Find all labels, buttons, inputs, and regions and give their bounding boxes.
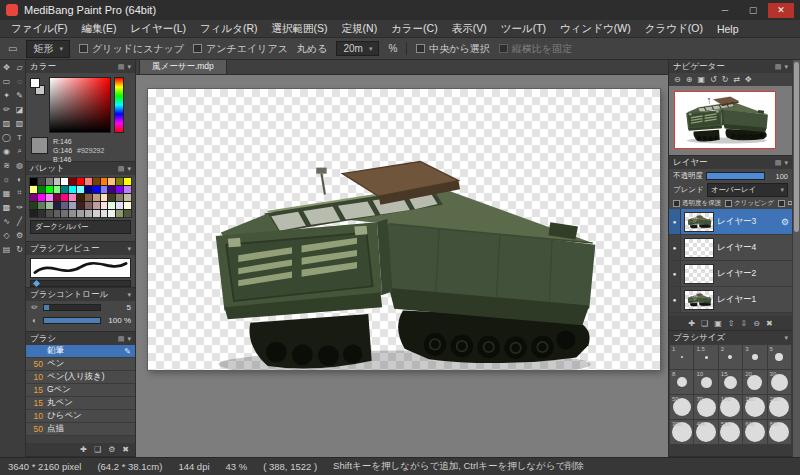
brush-size-5[interactable]: 5: [768, 345, 791, 369]
palette-swatch-18[interactable]: [69, 186, 76, 193]
layer-opacity-slider[interactable]: [706, 172, 765, 180]
preview-slider[interactable]: [30, 280, 131, 287]
new-folder-icon[interactable]: ▣: [714, 319, 722, 328]
palette-swatch-16[interactable]: [54, 186, 61, 193]
panel-collapse-icon[interactable]: ▾: [127, 335, 131, 343]
brush-size-50[interactable]: 50: [670, 395, 693, 419]
palette-swatch-43[interactable]: [61, 202, 68, 209]
brush-size-2[interactable]: 2: [719, 345, 742, 369]
aspect-lock-checkbox[interactable]: 縦横比を固定: [499, 42, 572, 56]
center-select-checkbox[interactable]: 中央から選択: [416, 42, 489, 56]
delete-layer-icon[interactable]: ✖: [766, 319, 773, 328]
shape-tool-icon[interactable]: ◯: [0, 130, 13, 144]
flip-view-icon[interactable]: ⇄: [733, 75, 740, 84]
round-value-input[interactable]: 20m ▾: [336, 41, 379, 56]
palette-swatch-42[interactable]: [54, 202, 61, 209]
brush-item-2[interactable]: 10ペン(入り抜き): [26, 371, 135, 384]
menu-item-8[interactable]: ツール(T): [494, 22, 553, 36]
eraser-tool-icon[interactable]: ◪: [13, 102, 26, 116]
palette-swatch-28[interactable]: [46, 194, 53, 201]
palette-swatch-44[interactable]: [69, 202, 76, 209]
brush-item-1[interactable]: 50ペン: [26, 358, 135, 371]
palette-swatch-37[interactable]: [116, 194, 123, 201]
brush-size-30[interactable]: 30: [768, 370, 791, 394]
palette-swatch-26[interactable]: [30, 194, 37, 201]
menu-item-3[interactable]: フィルタ(R): [193, 22, 265, 36]
pencil-tool-icon[interactable]: ✏: [0, 102, 13, 116]
palette-swatch-56[interactable]: [61, 210, 68, 217]
palette-swatch-6[interactable]: [77, 178, 84, 185]
menu-item-7[interactable]: 表示(V): [445, 22, 494, 36]
palette-swatch-23[interactable]: [108, 186, 115, 193]
panel-collapse-icon[interactable]: ▾: [784, 63, 788, 71]
palette-swatch-52[interactable]: [30, 210, 37, 217]
canvas[interactable]: [148, 89, 660, 370]
shape-select[interactable]: 矩形 ▾: [26, 40, 70, 58]
palette-swatch-21[interactable]: [93, 186, 100, 193]
move-tool-icon[interactable]: ✥: [0, 60, 13, 74]
minimize-button[interactable]: ─: [712, 3, 738, 18]
palette-swatch-13[interactable]: [30, 186, 37, 193]
layer-row-1[interactable]: ●レイヤー3⚙: [669, 209, 792, 235]
brush-item-4[interactable]: 15丸ペン: [26, 397, 135, 410]
palette-swatch-22[interactable]: [101, 186, 108, 193]
palette-swatch-34[interactable]: [93, 194, 100, 201]
document-tab[interactable]: 風メーサー.mdp: [139, 59, 227, 74]
settings-tool-icon[interactable]: ⚙: [13, 228, 26, 242]
palette-swatch-31[interactable]: [69, 194, 76, 201]
palette-swatch-7[interactable]: [85, 178, 92, 185]
palette-swatch-59[interactable]: [85, 210, 92, 217]
menu-item-1[interactable]: 編集(E): [74, 22, 123, 36]
clipping-checkbox[interactable]: クリッピング: [725, 199, 774, 208]
palette-swatch-12[interactable]: [124, 178, 131, 185]
brush-size-800[interactable]: 800: [768, 420, 791, 444]
scrollbar-thumb[interactable]: [794, 62, 799, 232]
panel-collapse-icon[interactable]: ▾: [784, 159, 788, 167]
magic-wand-tool-icon[interactable]: ✦: [0, 88, 13, 102]
palette-swatch-5[interactable]: [69, 178, 76, 185]
palette-swatch-49[interactable]: [108, 202, 115, 209]
palette-swatch-14[interactable]: [38, 186, 45, 193]
palette-swatch-55[interactable]: [54, 210, 61, 217]
brush-size-150[interactable]: 150: [743, 395, 766, 419]
maximize-button[interactable]: ▢: [740, 3, 766, 18]
polygon-tool-icon[interactable]: ◇: [0, 228, 13, 242]
snap-tool-icon[interactable]: ⌗: [13, 186, 26, 200]
palette-swatch-38[interactable]: [124, 194, 131, 201]
panel-menu-icon[interactable]: ▤: [118, 335, 125, 343]
layer-visibility-dot[interactable]: ●: [669, 209, 681, 234]
brush-size-400[interactable]: 400: [694, 420, 717, 444]
rotate-right-icon[interactable]: ↻: [722, 75, 729, 84]
brush-size-15[interactable]: 15: [719, 370, 742, 394]
menu-item-0[interactable]: ファイル(F): [4, 22, 74, 36]
panel-menu-icon[interactable]: ▤: [118, 63, 125, 71]
palette-swatch-4[interactable]: [61, 178, 68, 185]
brush-size-8[interactable]: 8: [670, 370, 693, 394]
palette-swatch-29[interactable]: [54, 194, 61, 201]
panel-collapse-icon[interactable]: ▾: [127, 165, 131, 173]
panel-collapse-icon[interactable]: ▾: [127, 291, 131, 299]
palette-swatch-15[interactable]: [46, 186, 53, 193]
brush-size-10[interactable]: 10: [694, 370, 717, 394]
text-tool-icon[interactable]: T: [13, 130, 26, 144]
palette-swatch-53[interactable]: [38, 210, 45, 217]
panel-collapse-icon[interactable]: ▾: [127, 245, 131, 253]
palette-swatch-30[interactable]: [61, 194, 68, 201]
layer-row-3[interactable]: ●レイヤー2: [669, 261, 792, 287]
brush-item-0[interactable]: 鉛筆✎: [26, 345, 135, 358]
layer-visibility-dot[interactable]: ●: [669, 235, 681, 260]
duplicate-layer-icon[interactable]: ❏: [701, 319, 708, 328]
menu-item-4[interactable]: 選択範囲(S): [265, 22, 335, 36]
palette-swatch-57[interactable]: [69, 210, 76, 217]
gradient-tool-icon[interactable]: ▧: [13, 116, 26, 130]
pen-tool-icon[interactable]: ✎: [13, 88, 26, 102]
palette-swatch-58[interactable]: [77, 210, 84, 217]
slider-handle-icon[interactable]: [33, 280, 40, 287]
palette-swatch-11[interactable]: [116, 178, 123, 185]
zoom-out-icon[interactable]: ⊖: [674, 75, 681, 84]
palette-swatch-17[interactable]: [61, 186, 68, 193]
palette-swatch-54[interactable]: [46, 210, 53, 217]
palette-swatch-35[interactable]: [101, 194, 108, 201]
brush-item-6[interactable]: 50点描: [26, 423, 135, 436]
delete-brush-icon[interactable]: ✖: [122, 445, 129, 454]
